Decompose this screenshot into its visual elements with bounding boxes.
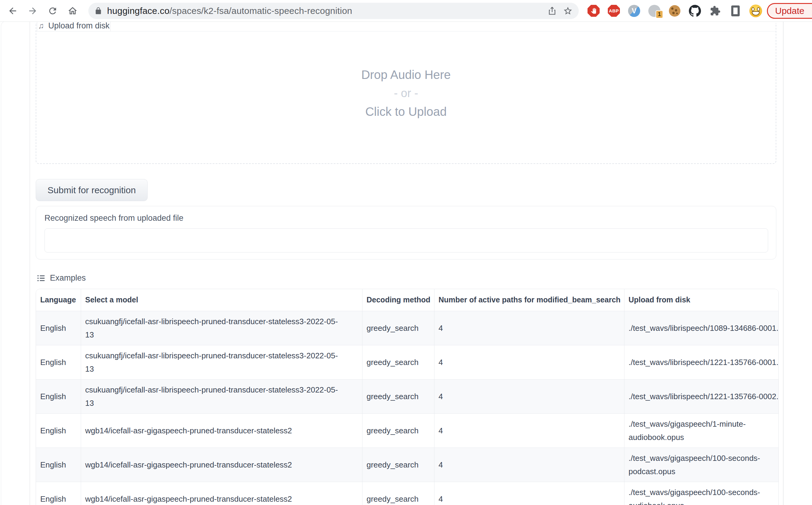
- col-upload-from-disk: Upload from disk: [624, 289, 779, 311]
- grinning-face-icon: [750, 5, 762, 17]
- cell-decoding[interactable]: greedy_search: [362, 345, 434, 379]
- table-row: English wgb14/icefall-asr-gigaspeech-pru…: [36, 413, 779, 448]
- examples-label: Examples: [50, 273, 86, 283]
- cell-language[interactable]: English: [36, 448, 81, 482]
- submit-button[interactable]: Submit for recognition: [36, 179, 148, 201]
- examples-header: Examples: [37, 273, 86, 283]
- url-path: /spaces/k2-fsa/automatic-speech-recognit…: [169, 6, 352, 16]
- list-icon: [37, 274, 45, 283]
- output-label: Recognized speech from uploaded file: [44, 213, 776, 223]
- v-extension-icon[interactable]: V: [628, 5, 641, 17]
- blocker-extension-icon[interactable]: [587, 5, 600, 17]
- cell-upload[interactable]: ./test_wavs/librispeech/1221-135766-0002…: [624, 379, 779, 413]
- reload-button[interactable]: [44, 2, 61, 19]
- extensions-menu-button[interactable]: [709, 5, 721, 17]
- cell-language[interactable]: English: [36, 413, 81, 448]
- abp-label: ABP: [609, 8, 619, 13]
- table-row: English wgb14/icefall-asr-gigaspeech-pru…: [36, 482, 779, 505]
- back-arrow-icon: [8, 6, 18, 16]
- col-num-active-paths: Number of active paths for modified_beam…: [434, 289, 624, 311]
- screen: huggingface.co/spaces/k2-fsa/automatic-s…: [0, 0, 812, 505]
- cell-decoding[interactable]: greedy_search: [362, 311, 434, 345]
- table-row: English csukuangfj/icefall-asr-librispee…: [36, 379, 779, 413]
- table-row: English csukuangfj/icefall-asr-librispee…: [36, 311, 779, 345]
- cell-paths[interactable]: 4: [434, 311, 624, 345]
- cell-upload[interactable]: ./test_wavs/gigaspeech/1-minute- audiobo…: [624, 413, 779, 448]
- home-button[interactable]: [64, 2, 81, 19]
- examples-table-container: Language Select a model Decoding method …: [36, 289, 779, 505]
- cell-paths[interactable]: 4: [434, 345, 624, 379]
- dropzone-line2: - or -: [394, 87, 418, 100]
- tab-label: Upload from disk: [48, 22, 110, 30]
- cell-decoding[interactable]: greedy_search: [362, 482, 434, 505]
- chrome-update-button[interactable]: Update ⋮: [767, 3, 812, 19]
- star-icon: [563, 6, 573, 16]
- emoji-extension-icon[interactable]: [750, 5, 762, 17]
- adblock-plus-extension-icon[interactable]: ABP: [607, 5, 620, 17]
- back-button[interactable]: [4, 2, 21, 19]
- cell-language[interactable]: English: [36, 482, 81, 505]
- browser-toolbar: huggingface.co/spaces/k2-fsa/automatic-s…: [0, 0, 812, 22]
- forward-arrow-icon: [27, 6, 38, 16]
- url-text: huggingface.co/spaces/k2-fsa/automatic-s…: [107, 6, 544, 16]
- col-language: Language: [36, 289, 81, 311]
- cell-model[interactable]: csukuangfj/icefall-asr-librispeech-prune…: [81, 379, 362, 413]
- col-model: Select a model: [81, 289, 362, 311]
- examples-table: Language Select a model Decoding method …: [36, 289, 779, 505]
- stop-hand-icon: [587, 5, 599, 17]
- dropzone-line3: Click to Upload: [365, 105, 446, 119]
- recognized-speech-textbox[interactable]: [44, 228, 768, 252]
- share-button[interactable]: [544, 3, 560, 19]
- cell-model[interactable]: wgb14/icefall-asr-gigaspeech-pruned-tran…: [81, 448, 362, 482]
- cell-model[interactable]: csukuangfj/icefall-asr-librispeech-prune…: [81, 311, 362, 345]
- tab-upload-from-disk[interactable]: ♫ Upload from disk: [37, 22, 111, 31]
- gradio-app: ♫ Upload from disk Drop Audio Here - or …: [0, 22, 812, 505]
- audio-dropzone[interactable]: Drop Audio Here - or - Click to Upload: [36, 23, 776, 164]
- cell-model[interactable]: wgb14/icefall-asr-gigaspeech-pruned-tran…: [81, 413, 362, 448]
- v-label: V: [632, 7, 637, 15]
- share-icon: [547, 6, 557, 16]
- cell-paths[interactable]: 4: [434, 413, 624, 448]
- kebab-menu-icon[interactable]: ⋮: [808, 5, 812, 17]
- cell-model[interactable]: wgb14/icefall-asr-gigaspeech-pruned-tran…: [81, 482, 362, 505]
- update-label: Update: [775, 6, 804, 16]
- github-extension-icon[interactable]: [689, 5, 701, 17]
- forward-button[interactable]: [24, 2, 41, 19]
- cell-language[interactable]: English: [36, 345, 81, 379]
- sidebar-toggle-icon[interactable]: [729, 5, 742, 17]
- cell-model[interactable]: csukuangfj/icefall-asr-librispeech-prune…: [81, 345, 362, 379]
- url-bar[interactable]: huggingface.co/spaces/k2-fsa/automatic-s…: [88, 3, 579, 19]
- cell-decoding[interactable]: greedy_search: [362, 448, 434, 482]
- reload-icon: [47, 6, 58, 16]
- cell-paths[interactable]: 4: [434, 448, 624, 482]
- cell-decoding[interactable]: greedy_search: [362, 413, 434, 448]
- rectangle-icon: [731, 5, 740, 16]
- table-row: English csukuangfj/icefall-asr-librispee…: [36, 345, 779, 379]
- cookie-icon: [669, 5, 680, 17]
- notification-extension-icon[interactable]: 1: [648, 5, 661, 17]
- cell-paths[interactable]: 4: [434, 482, 624, 505]
- cell-language[interactable]: English: [36, 311, 81, 345]
- extension-badge: 1: [656, 10, 663, 18]
- music-note-icon: ♫: [38, 22, 44, 30]
- github-octocat-icon: [689, 5, 701, 17]
- cell-upload[interactable]: ./test_wavs/librispeech/1221-135766-0001…: [624, 345, 779, 379]
- cell-upload[interactable]: ./test_wavs/gigaspeech/100-seconds- audi…: [624, 482, 779, 505]
- cell-decoding[interactable]: greedy_search: [362, 379, 434, 413]
- cell-upload[interactable]: ./test_wavs/librispeech/1089-134686-0001…: [624, 311, 779, 345]
- output-group: Recognized speech from uploaded file: [36, 206, 776, 260]
- cookie-extension-icon[interactable]: [668, 5, 681, 17]
- extensions-row: ABP V 1: [587, 5, 762, 17]
- v-circle-icon: V: [628, 5, 640, 17]
- puzzle-icon: [710, 5, 721, 16]
- cell-language[interactable]: English: [36, 379, 81, 413]
- bookmark-button[interactable]: [560, 3, 576, 19]
- cell-upload[interactable]: ./test_wavs/gigaspeech/100-seconds- podc…: [624, 448, 779, 482]
- home-icon: [67, 6, 78, 16]
- table-row: English wgb14/icefall-asr-gigaspeech-pru…: [36, 448, 779, 482]
- cell-paths[interactable]: 4: [434, 379, 624, 413]
- url-domain: huggingface.co: [107, 6, 169, 16]
- lock-icon[interactable]: [94, 7, 102, 15]
- abp-octagon-icon: ABP: [608, 5, 620, 17]
- col-decoding-method: Decoding method: [362, 289, 434, 311]
